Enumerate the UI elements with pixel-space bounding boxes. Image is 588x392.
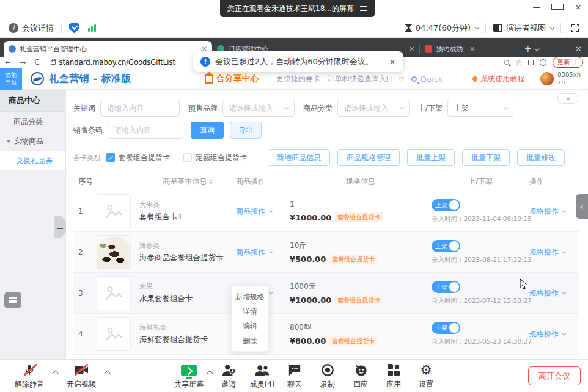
- zoom-icon[interactable]: [504, 60, 509, 65]
- export-button[interactable]: 导出: [230, 122, 262, 139]
- shelf-select[interactable]: 上架: [447, 100, 513, 117]
- record-button[interactable]: 录制: [314, 363, 341, 390]
- invite-button[interactable]: 邀请: [215, 363, 242, 390]
- spec-op-link[interactable]: 规格操作: [529, 314, 579, 354]
- maximize-button[interactable]: [551, 2, 564, 12]
- browser-close-button[interactable]: ×: [575, 44, 582, 53]
- view-dropdown-icon[interactable]: [549, 24, 554, 29]
- nav-badge[interactable]: 功能 导航: [0, 68, 22, 90]
- card-tag: 套餐组合提货卡: [329, 336, 377, 346]
- url-text[interactable]: standard.maboy.cn/GoodsGiftList: [59, 58, 175, 67]
- quick-link[interactable]: Quick: [421, 74, 443, 84]
- brand-select[interactable]: 请选择或输入: [222, 100, 295, 117]
- back-icon[interactable]: ←: [5, 58, 11, 67]
- apps-button[interactable]: 应用: [380, 363, 407, 390]
- spec-op-link[interactable]: 规格操作: [529, 273, 579, 313]
- browser-tab-3[interactable]: 预约成功 ×: [420, 41, 519, 57]
- chat-button[interactable]: 聊天: [281, 363, 308, 390]
- forward-icon[interactable]: →: [20, 58, 26, 67]
- right-panel-collapse-handle[interactable]: ‹: [576, 194, 588, 219]
- quick-search-icon[interactable]: [411, 76, 417, 82]
- lock-icon[interactable]: [51, 60, 56, 65]
- barcode-input[interactable]: 请输入内容: [108, 122, 183, 139]
- spec-op-link[interactable]: 规格操作: [529, 232, 579, 272]
- network-signal-icon[interactable]: [88, 24, 96, 32]
- chevron-down-icon: [562, 208, 566, 212]
- unmute-button[interactable]: 解除静音: [6, 363, 53, 390]
- keyword-input[interactable]: 请输入内容: [100, 100, 180, 117]
- price: ¥1000.00: [290, 213, 331, 222]
- timer-dropdown-icon[interactable]: [474, 24, 479, 29]
- view-mode-selector[interactable]: 演讲者视图: [506, 23, 546, 34]
- spec-manage-button[interactable]: 商品规格管理: [337, 149, 400, 166]
- reactions-button[interactable]: 回应: [347, 363, 374, 390]
- batch-off-shelf-button[interactable]: 批量下架: [462, 149, 510, 166]
- browser-update-button[interactable]: 更新⋮: [553, 57, 583, 68]
- category-select[interactable]: 请选择或输入: [337, 100, 410, 117]
- keyword-label: 关键词: [73, 103, 95, 114]
- user-avatar[interactable]: [540, 72, 554, 85]
- add-product-button[interactable]: 新增商品信息: [268, 149, 330, 166]
- col-no: 序号: [73, 176, 97, 187]
- search-button[interactable]: 查询: [191, 122, 224, 139]
- col-basic-info[interactable]: 商品基本信息: [139, 176, 236, 187]
- invite-person-icon: [221, 363, 236, 377]
- close-button[interactable]: ×: [572, 2, 584, 12]
- notice-close-icon[interactable]: ×: [389, 57, 396, 67]
- menu-item-edit[interactable]: 编辑: [232, 319, 268, 333]
- browser-tab-1[interactable]: 礼盒营销平台管理中心 ×: [4, 41, 212, 57]
- sidebar-collapse-tab[interactable]: [54, 216, 66, 238]
- batch-edit-button[interactable]: 批量修改: [517, 149, 565, 166]
- meeting-top-bar: 您正在观看金禾通技术王斌18...的屏幕 — × i 会议详情 04:47(60…: [0, 0, 588, 38]
- minimize-button[interactable]: —: [531, 2, 543, 12]
- menu-item-detail[interactable]: 详情: [232, 304, 268, 319]
- menu-item-add-spec[interactable]: 新增规格: [232, 289, 268, 304]
- product-op-link[interactable]: 商品操作: [236, 232, 290, 272]
- browser-maximize-button[interactable]: [562, 46, 567, 51]
- expand-triangle-icon: [6, 140, 11, 143]
- product-op-link[interactable]: 商品操作: [236, 191, 290, 231]
- share-screen-button[interactable]: 共享屏幕: [173, 363, 205, 390]
- fullscreen-icon[interactable]: [571, 24, 579, 32]
- share-center-link[interactable]: 合分享中心: [205, 73, 259, 84]
- share-options-chevron[interactable]: [207, 371, 213, 377]
- fixed-card-checkbox[interactable]: [183, 153, 192, 162]
- tutorial-link[interactable]: 系统使用教程: [472, 74, 524, 84]
- shelf-toggle[interactable]: 上架: [432, 281, 460, 293]
- spec-op-link[interactable]: 规格操作: [529, 191, 579, 231]
- leave-meeting-button[interactable]: 离开会议: [528, 366, 581, 385]
- tab-close-icon[interactable]: ×: [408, 45, 414, 53]
- security-shield-icon[interactable]: [69, 23, 79, 34]
- sidebar-item-category[interactable]: 商品分类: [0, 112, 65, 131]
- bookmark-star-icon[interactable]: ☆: [515, 58, 522, 67]
- tab-search-icon[interactable]: [535, 46, 540, 51]
- expand-filters-button[interactable]: »: [557, 93, 578, 104]
- reader-icon[interactable]: [528, 60, 534, 65]
- shelf-toggle[interactable]: 上架: [432, 240, 460, 252]
- settings-button[interactable]: ⚙ 设置: [413, 363, 439, 390]
- floating-list-button[interactable]: [4, 292, 21, 308]
- refresh-icon[interactable]: C: [34, 58, 39, 67]
- batch-on-shelf-button[interactable]: 批量上架: [407, 149, 455, 166]
- sidebar-item-gift-voucher[interactable]: 兑换礼品券: [0, 151, 65, 170]
- mic-options-chevron[interactable]: [53, 371, 59, 377]
- combo-card-checkbox[interactable]: [106, 153, 115, 162]
- table-header: 序号 商品基本信息 商品操作 规格信息 上/下架 操作: [73, 173, 579, 191]
- menu-item-delete[interactable]: 删除: [232, 333, 268, 348]
- meeting-timer[interactable]: 04:47(60分钟): [416, 23, 471, 34]
- banner-menu-icon[interactable]: [360, 6, 367, 11]
- members-button[interactable]: 成员(4): [244, 363, 280, 390]
- user-info[interactable]: 8385xh xh: [557, 71, 581, 87]
- profile-icon[interactable]: [540, 59, 546, 66]
- browser-minimize-button[interactable]: —: [547, 45, 554, 53]
- shelf-toggle[interactable]: 上架: [432, 322, 460, 334]
- shelf-toggle[interactable]: 上架: [432, 199, 460, 211]
- start-video-button[interactable]: 开启视频: [58, 363, 105, 390]
- sort-icon[interactable]: [209, 179, 213, 184]
- video-options-chevron[interactable]: [105, 371, 111, 377]
- tab-close-icon[interactable]: ×: [469, 45, 475, 53]
- chevron-down-icon: [562, 249, 566, 253]
- new-tab-button[interactable]: +: [524, 43, 532, 54]
- meeting-details-link[interactable]: 会议详情: [22, 23, 54, 34]
- sidebar-item-physical-goods[interactable]: 实物商品: [0, 131, 65, 151]
